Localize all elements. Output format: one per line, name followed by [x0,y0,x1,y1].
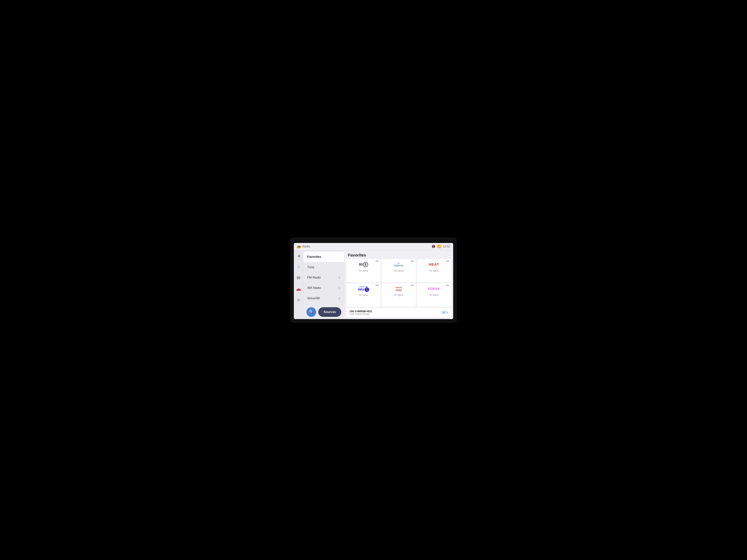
clock: 12:52 [443,245,450,248]
station-grid: SXM 80 8 No signal SXM the highway [344,259,453,307]
right-content: Favorites SXM 80 8 No signal SXM [344,250,453,319]
now-playing-bar[interactable]: 100.3·WRNB-HD1 Keith Sweat·Nobody HD 1 [346,308,451,317]
station-logo-heat: HEAT [429,261,439,268]
car-icon[interactable]: 🚗 [295,286,302,292]
station-card-80s8[interactable]: SXM 80 8 No signal [346,259,381,283]
main-layout: ◀ ♫ ☎ 🚗 ⚙ Favorites Tune FM Radio [294,250,453,319]
bluetooth-icon: 📶 [437,245,441,248]
no-signal-pop2k: No signal [429,294,439,296]
favorites-title: Favorites [344,250,453,259]
station-card-heat[interactable]: SXM HEAT No signal [417,259,451,283]
no-signal-classicvinyl: No signal [394,294,403,296]
station-logo-hits1: SIRIUS XM Hits 1 [358,285,369,293]
sidebar-icons: ◀ ♫ ☎ 🚗 ⚙ [294,250,304,319]
sxm-badge: SXM [445,285,449,286]
now-playing-info: 100.3·WRNB-HD1 Keith Sweat·Nobody [350,310,372,315]
station-card-hits1[interactable]: SXM SIRIUS XM Hits 1 No signal [346,283,381,307]
sxm-badge: SXM [410,260,414,262]
menu-item-am-radio[interactable]: AM Radio ❯ [304,283,344,293]
sources-button[interactable]: Sources [318,307,341,317]
menu-item-favorites[interactable]: Favorites [304,252,344,262]
station-logo-pop2k: POP2K [428,285,440,293]
screen: 📻 Radio 📵 📶 12:52 ◀ ♫ ☎ 🚗 ⚙ [294,243,453,319]
chevron-icon: ❯ [338,287,340,289]
car-frame: 📻 Radio 📵 📶 12:52 ◀ ♫ ☎ 🚗 ⚙ [290,237,457,323]
search-icon: 🔍 [309,310,314,315]
hd-number: 1 [447,311,448,314]
no-signal-80s8: No signal [359,269,368,272]
sxm-badge: SXM [375,285,379,286]
left-menu: Favorites Tune FM Radio ❯ AM Radio ❯ Sir [304,250,344,305]
menu-item-fm-radio[interactable]: FM Radio ❯ [304,272,344,283]
sxm-badge: SXM [375,260,379,262]
station-card-classicvinyl[interactable]: SXM Classic vinyl No signal [382,283,416,307]
hd-icon: HD [442,311,446,314]
search-button[interactable]: 🔍 [306,307,316,317]
sxm-badge: SXM [445,260,449,262]
station-logo-classicvinyl: Classic vinyl [395,285,402,293]
station-logo-highway: the highway [394,261,403,268]
station-card-pop2k[interactable]: SXM POP2K No signal [417,283,451,307]
header-left: 📻 Radio [297,244,310,248]
no-signal-highway: No signal [394,269,403,272]
now-playing-track: Keith Sweat·Nobody [350,313,372,315]
station-logo-80s8: 80 8 [359,261,368,268]
settings-icon[interactable]: ⚙ [296,297,302,303]
menu-item-siriusxm[interactable]: SiriusXM ❯ [304,293,344,303]
header-title: Radio [302,245,310,248]
station-card-highway[interactable]: SXM the highway No signal [382,259,416,283]
radio-icon: 📻 [297,244,301,248]
hd-badge: HD 1 [442,311,448,314]
no-signal-hits1: No signal [359,294,368,296]
sxm-badge: SXM [410,285,414,286]
header: 📻 Radio 📵 📶 12:52 [294,243,453,250]
left-panel: Favorites Tune FM Radio ❯ AM Radio ❯ Sir [304,250,344,319]
header-right: 📵 📶 12:52 [432,245,450,248]
menu-item-tune[interactable]: Tune [304,262,344,272]
bottom-buttons: 🔍 Sources [304,305,344,319]
chevron-icon: ❯ [338,276,340,279]
now-playing-station: 100.3·WRNB-HD1 [350,310,372,313]
chevron-icon: ❯ [338,297,340,300]
no-signal-heat: No signal [429,269,439,272]
phone-icon[interactable]: ☎ [295,274,302,281]
no-signal-icon: 📵 [432,245,435,248]
navigation-icon[interactable]: ◀ [296,252,301,259]
music-icon[interactable]: ♫ [296,264,301,270]
